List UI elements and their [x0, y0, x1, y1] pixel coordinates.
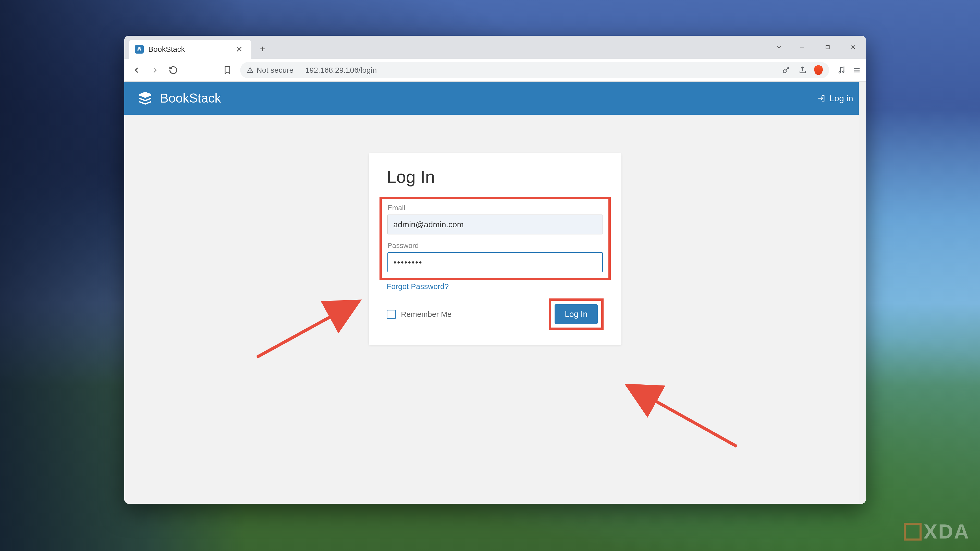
tab-bar: BookStack ✕ + [124, 36, 866, 59]
annotation-highlight-fields: Email Password [380, 197, 611, 280]
svg-point-6 [842, 71, 844, 72]
header-login-label: Log in [829, 94, 853, 103]
svg-rect-1 [826, 46, 829, 49]
email-field[interactable] [387, 214, 603, 234]
password-label: Password [387, 241, 603, 250]
browser-window: BookStack ✕ + [124, 36, 866, 504]
key-icon[interactable] [781, 65, 791, 75]
xda-watermark: XDA [904, 520, 970, 543]
minimize-button[interactable] [789, 36, 815, 59]
window-controls [769, 36, 866, 59]
url-text: 192.168.29.106/login [305, 66, 377, 75]
login-icon [817, 94, 826, 103]
new-tab-button[interactable]: + [255, 41, 270, 57]
url-box[interactable]: Not secure 192.168.29.106/login [240, 62, 829, 78]
annotation-arrow-right [614, 375, 742, 453]
address-bar: Not secure 192.168.29.106/login [124, 59, 866, 82]
svg-point-5 [839, 71, 840, 73]
remember-me-checkbox[interactable]: Remember Me [387, 310, 452, 319]
share-icon[interactable] [797, 65, 808, 75]
watermark-icon [904, 523, 921, 540]
page-content: BookStack Log in Log In Email Password [124, 82, 866, 504]
svg-line-11 [627, 385, 737, 446]
security-label: Not secure [256, 66, 293, 75]
brave-shields-icon[interactable] [814, 65, 823, 75]
app-logo[interactable]: BookStack [137, 90, 221, 106]
security-indicator[interactable]: Not secure [246, 66, 293, 75]
forward-button[interactable] [147, 62, 163, 78]
back-button[interactable] [128, 62, 145, 78]
annotation-highlight-button: Log In [549, 299, 604, 330]
app-brand-text: BookStack [160, 91, 221, 106]
music-icon[interactable] [836, 65, 846, 75]
login-title: Log In [387, 167, 604, 187]
login-submit-button[interactable]: Log In [555, 304, 598, 324]
forgot-password-link[interactable]: Forgot Password? [387, 282, 604, 291]
scrollbar[interactable] [859, 82, 866, 504]
close-window-button[interactable] [840, 36, 866, 59]
email-label: Email [387, 204, 603, 212]
menu-button[interactable] [852, 65, 862, 75]
login-card: Log In Email Password Forgot Password? [369, 153, 621, 345]
tab-favicon [135, 45, 144, 54]
checkbox-icon [387, 310, 396, 319]
header-login-link[interactable]: Log in [817, 94, 853, 103]
browser-tab[interactable]: BookStack ✕ [129, 40, 251, 59]
tabs-dropdown-button[interactable] [769, 36, 789, 59]
password-field[interactable] [387, 252, 603, 272]
bookmark-button[interactable] [219, 62, 235, 78]
maximize-button[interactable] [815, 36, 840, 59]
watermark-text: XDA [924, 520, 970, 543]
tab-title: BookStack [148, 45, 229, 54]
remember-me-label: Remember Me [401, 310, 452, 319]
reload-button[interactable] [165, 62, 181, 78]
tab-close-button[interactable]: ✕ [234, 43, 245, 55]
app-header: BookStack Log in [124, 82, 866, 115]
book-stack-icon [137, 90, 153, 106]
svg-point-4 [783, 70, 786, 73]
